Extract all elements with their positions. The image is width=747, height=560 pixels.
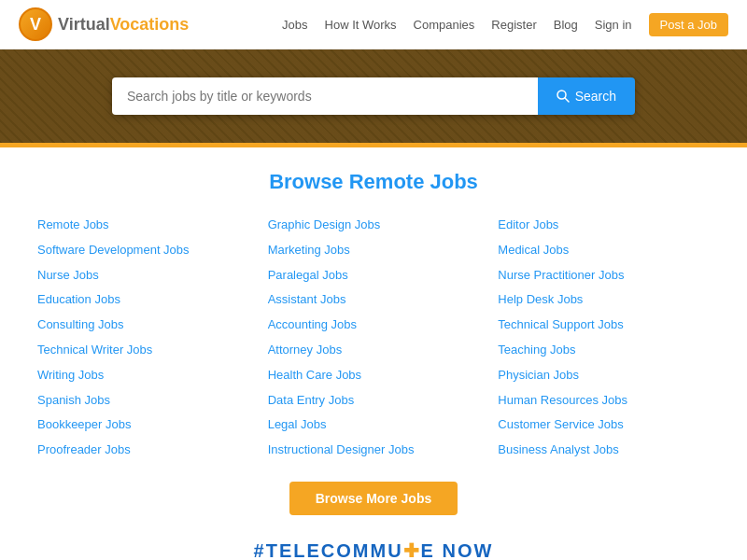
nav-companies[interactable]: Companies <box>414 18 475 32</box>
list-item[interactable]: Spanish Jobs <box>37 388 249 413</box>
list-item[interactable]: Assistant Jobs <box>268 287 480 313</box>
hero-section: Search <box>0 49 747 143</box>
header: V VirtualVocations Jobs How It Works Com… <box>0 0 747 49</box>
search-icon <box>557 90 570 103</box>
logo-virtual: Virtual <box>58 15 110 34</box>
search-bar: Search <box>112 77 635 115</box>
list-item[interactable]: Human Resources Jobs <box>498 388 710 413</box>
list-item[interactable]: Attorney Jobs <box>268 338 480 363</box>
list-item[interactable]: Proofreader Jobs <box>37 438 249 463</box>
svg-line-1 <box>565 98 569 102</box>
list-item[interactable]: Business Analyst Jobs <box>498 438 710 463</box>
telecommute-banner: #TELECOMMU✚E NOW COVID -19 RESPONSE <box>37 525 710 560</box>
list-item[interactable]: Marketing Jobs <box>268 238 480 263</box>
list-item[interactable]: Teaching Jobs <box>498 338 710 363</box>
list-item[interactable]: Instructional Designer Jobs <box>268 438 480 463</box>
list-item[interactable]: Remote Jobs <box>37 213 249 238</box>
list-item[interactable]: Consulting Jobs <box>37 313 249 338</box>
logo-text: VirtualVocations <box>58 15 189 35</box>
logo-icon: V <box>19 7 52 41</box>
nav-sign-in[interactable]: Sign in <box>595 18 632 32</box>
search-input[interactable] <box>112 77 538 115</box>
list-item[interactable]: Graphic Design Jobs <box>268 213 480 238</box>
nav: Jobs How It Works Companies Register Blo… <box>282 13 728 36</box>
browse-more-button[interactable]: Browse More Jobs <box>289 482 458 515</box>
list-item[interactable]: Education Jobs <box>37 287 249 313</box>
list-item[interactable]: Software Development Jobs <box>37 238 249 263</box>
search-button[interactable]: Search <box>538 77 635 115</box>
list-item[interactable]: Data Entry Jobs <box>268 388 480 413</box>
browse-section: Browse Remote Jobs Remote Jobs Software … <box>0 147 747 560</box>
list-item[interactable]: Nurse Jobs <box>37 263 249 288</box>
list-item[interactable]: Legal Jobs <box>268 413 480 438</box>
list-item[interactable]: Nurse Practitioner Jobs <box>498 263 710 288</box>
list-item[interactable]: Help Desk Jobs <box>498 287 710 313</box>
list-item[interactable]: Technical Support Jobs <box>498 313 710 338</box>
list-item[interactable]: Physician Jobs <box>498 363 710 388</box>
nav-register[interactable]: Register <box>491 18 536 32</box>
browse-more-wrap: Browse More Jobs <box>37 482 710 515</box>
list-item[interactable]: Technical Writer Jobs <box>37 338 249 363</box>
nav-how-it-works[interactable]: How It Works <box>325 18 397 32</box>
list-item[interactable]: Accounting Jobs <box>268 313 480 338</box>
list-item[interactable]: Health Care Jobs <box>268 363 480 388</box>
logo-vocations: Vocations <box>110 15 190 34</box>
nav-jobs[interactable]: Jobs <box>282 18 307 32</box>
browse-col-1: Remote Jobs Software Development Jobs Nu… <box>37 213 249 463</box>
nav-post-job[interactable]: Post a Job <box>649 13 728 36</box>
nav-blog[interactable]: Blog <box>554 18 578 32</box>
list-item[interactable]: Customer Service Jobs <box>498 413 710 438</box>
telecommute-hashtag: #TELECOMMU✚E NOW <box>37 539 710 560</box>
browse-grid: Remote Jobs Software Development Jobs Nu… <box>37 213 710 463</box>
browse-col-2: Graphic Design Jobs Marketing Jobs Paral… <box>268 213 480 463</box>
list-item[interactable]: Medical Jobs <box>498 238 710 263</box>
list-item[interactable]: Paralegal Jobs <box>268 263 480 288</box>
list-item[interactable]: Writing Jobs <box>37 363 249 388</box>
list-item[interactable]: Editor Jobs <box>498 213 710 238</box>
logo: V VirtualVocations <box>19 7 189 41</box>
browse-col-3: Editor Jobs Medical Jobs Nurse Practitio… <box>498 213 710 463</box>
list-item[interactable]: Bookkeeper Jobs <box>37 413 249 438</box>
browse-title: Browse Remote Jobs <box>37 170 710 194</box>
